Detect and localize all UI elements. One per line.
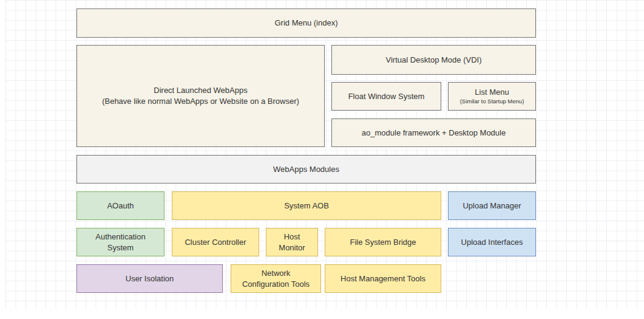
node-float-window-system: Float Window System (331, 82, 441, 111)
node-network-configuration-tools-label: Network Configuration Tools (242, 268, 310, 289)
node-cluster-controller: Cluster Controller (172, 228, 259, 256)
node-list-menu: List Menu (Similar to Startup Menu) (448, 82, 536, 111)
node-ao-module-framework: ao_module framework + Desktop Module (331, 118, 536, 147)
canvas-margin-left (0, 0, 5, 319)
node-host-management-tools: Host Management Tools (325, 264, 441, 293)
node-user-isolation-label: User Isolation (126, 273, 174, 284)
node-webapps-modules-label: WebApps Modules (273, 164, 339, 175)
node-grid-menu: Grid Menu (index) (76, 9, 536, 38)
node-authentication-system: Authentication System (76, 228, 164, 256)
node-direct-launched-webapps-label: Direct Launched WebApps (Behave like nor… (102, 85, 299, 106)
node-upload-manager: Upload Manager (448, 191, 536, 220)
node-upload-interfaces-label: Upload Interfaces (461, 237, 523, 248)
node-host-monitor-label: Host Monitor (279, 232, 305, 253)
node-ao-module-framework-label: ao_module framework + Desktop Module (362, 128, 506, 139)
node-file-system-bridge-label: File System Bridge (350, 237, 416, 248)
node-upload-interfaces: Upload Interfaces (448, 228, 536, 256)
node-network-configuration-tools: Network Configuration Tools (231, 264, 321, 293)
node-authentication-system-label: Authentication System (95, 232, 145, 253)
node-cluster-controller-label: Cluster Controller (185, 237, 246, 248)
node-grid-menu-label: Grid Menu (index) (274, 18, 337, 29)
diagram-canvas: Grid Menu (index) Direct Launched WebApp… (0, 0, 644, 319)
node-aoauth: AOauth (76, 191, 164, 220)
node-host-management-tools-label: Host Management Tools (341, 273, 425, 284)
node-file-system-bridge: File System Bridge (325, 228, 441, 256)
node-virtual-desktop-mode-label: Virtual Desktop Mode (VDI) (386, 55, 482, 66)
node-system-aob: System AOB (172, 191, 441, 220)
node-user-isolation: User Isolation (76, 264, 223, 293)
node-webapps-modules: WebApps Modules (76, 155, 536, 184)
node-float-window-system-label: Float Window System (348, 91, 425, 102)
node-direct-launched-webapps: Direct Launched WebApps (Behave like nor… (76, 45, 325, 147)
node-list-menu-sublabel: (Similar to Startup Menu) (460, 98, 524, 106)
node-virtual-desktop-mode: Virtual Desktop Mode (VDI) (331, 45, 536, 75)
node-upload-manager-label: Upload Manager (463, 201, 521, 211)
node-aoauth-label: AOauth (107, 201, 134, 211)
node-host-monitor: Host Monitor (266, 228, 318, 256)
canvas-margin-bottom (0, 309, 644, 319)
node-system-aob-label: System AOB (284, 201, 329, 211)
node-list-menu-label: List Menu (475, 87, 509, 98)
